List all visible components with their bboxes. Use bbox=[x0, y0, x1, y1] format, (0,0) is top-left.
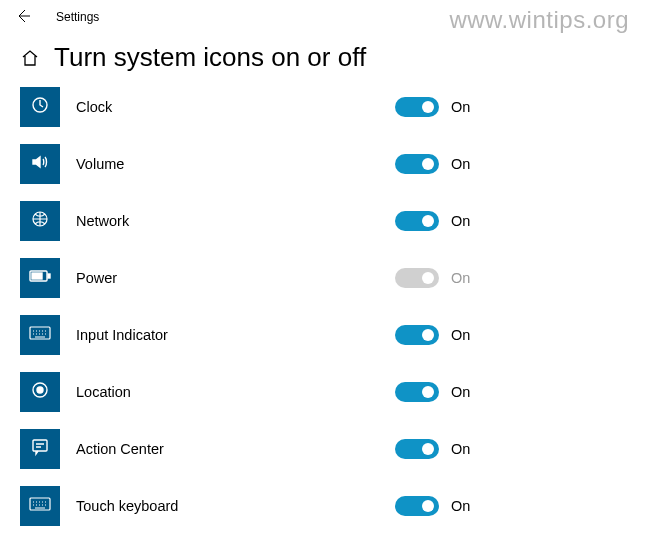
row-touch-keyboard: Touch keyboard On bbox=[20, 486, 625, 526]
row-power: Power On bbox=[20, 258, 625, 298]
toggle-group: On bbox=[395, 496, 625, 516]
icon-tile bbox=[20, 144, 60, 184]
row-label: Action Center bbox=[60, 441, 395, 457]
svg-rect-3 bbox=[48, 274, 50, 278]
volume-icon bbox=[30, 152, 50, 176]
toggle-state-label: On bbox=[451, 384, 470, 400]
power-icon bbox=[29, 269, 51, 287]
toggle-state-label: On bbox=[451, 498, 470, 514]
svg-point-7 bbox=[37, 387, 43, 393]
back-button[interactable] bbox=[8, 2, 38, 32]
network-icon bbox=[30, 209, 50, 233]
toggle-action-center[interactable] bbox=[395, 439, 439, 459]
row-label: Clock bbox=[60, 99, 395, 115]
home-icon[interactable] bbox=[20, 48, 40, 68]
toggle-group: On bbox=[395, 439, 625, 459]
window-title: Settings bbox=[56, 10, 99, 24]
toggle-group: On bbox=[395, 325, 625, 345]
toggle-location[interactable] bbox=[395, 382, 439, 402]
toggle-state-label: On bbox=[451, 213, 470, 229]
page-title: Turn system icons on or off bbox=[54, 42, 366, 73]
page-header: Turn system icons on or off bbox=[0, 34, 645, 87]
icon-tile bbox=[20, 429, 60, 469]
touch-keyboard-icon bbox=[29, 497, 51, 515]
toggle-clock[interactable] bbox=[395, 97, 439, 117]
row-clock: Clock On bbox=[20, 87, 625, 127]
title-bar: Settings bbox=[0, 0, 645, 34]
clock-icon bbox=[30, 95, 50, 119]
toggle-group: On bbox=[395, 382, 625, 402]
row-label: Touch keyboard bbox=[60, 498, 395, 514]
toggle-volume[interactable] bbox=[395, 154, 439, 174]
toggle-state-label: On bbox=[451, 270, 470, 286]
svg-rect-4 bbox=[32, 273, 42, 279]
row-label: Location bbox=[60, 384, 395, 400]
toggle-power bbox=[395, 268, 439, 288]
toggle-network[interactable] bbox=[395, 211, 439, 231]
toggle-touch-keyboard[interactable] bbox=[395, 496, 439, 516]
row-label: Network bbox=[60, 213, 395, 229]
icon-tile bbox=[20, 201, 60, 241]
row-label: Input Indicator bbox=[60, 327, 395, 343]
toggle-group: On bbox=[395, 268, 625, 288]
toggle-group: On bbox=[395, 211, 625, 231]
toggle-group: On bbox=[395, 97, 625, 117]
row-volume: Volume On bbox=[20, 144, 625, 184]
icon-tile bbox=[20, 486, 60, 526]
toggle-state-label: On bbox=[451, 441, 470, 457]
toggle-group: On bbox=[395, 154, 625, 174]
icon-tile bbox=[20, 258, 60, 298]
toggle-state-label: On bbox=[451, 99, 470, 115]
row-network: Network On bbox=[20, 201, 625, 241]
row-label: Power bbox=[60, 270, 395, 286]
location-icon bbox=[30, 380, 50, 404]
svg-rect-8 bbox=[33, 440, 47, 451]
toggle-state-label: On bbox=[451, 156, 470, 172]
keyboard-icon bbox=[29, 326, 51, 344]
toggle-input-indicator[interactable] bbox=[395, 325, 439, 345]
action-center-icon bbox=[30, 437, 50, 461]
row-input-indicator: Input Indicator On bbox=[20, 315, 625, 355]
system-icons-list: Clock On Volume On Network On bbox=[0, 87, 645, 526]
toggle-state-label: On bbox=[451, 327, 470, 343]
row-label: Volume bbox=[60, 156, 395, 172]
back-arrow-icon bbox=[15, 8, 31, 27]
row-location: Location On bbox=[20, 372, 625, 412]
icon-tile bbox=[20, 315, 60, 355]
row-action-center: Action Center On bbox=[20, 429, 625, 469]
icon-tile bbox=[20, 87, 60, 127]
icon-tile bbox=[20, 372, 60, 412]
